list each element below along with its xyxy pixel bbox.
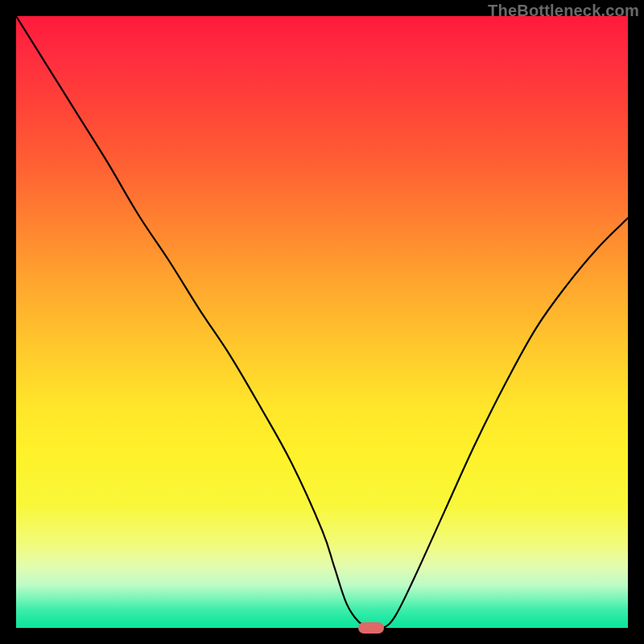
chart-frame: TheBottleneck.com [0,0,644,644]
plot-area [16,16,628,628]
optimal-marker [358,622,384,634]
curve-path [16,16,628,630]
bottleneck-curve [16,16,628,628]
watermark-text: TheBottleneck.com [488,2,639,20]
